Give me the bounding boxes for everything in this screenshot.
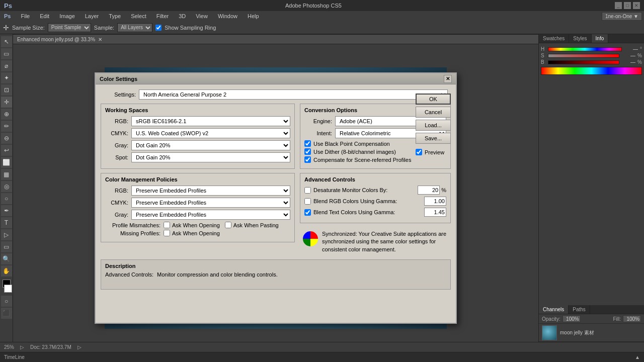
opacity-input[interactable] (562, 315, 581, 322)
menu-view[interactable]: View (194, 12, 210, 20)
policy-gray-select[interactable]: Preserve Embedded Profiles (131, 210, 290, 220)
policy-rgb-select[interactable]: Preserve Embedded Profiles (131, 186, 290, 196)
timeline-label[interactable]: TimeLine (4, 354, 25, 360)
sample-size-select[interactable]: Point Sample (48, 23, 91, 32)
tool-brush[interactable]: ✏ (1, 121, 12, 132)
b-slider[interactable] (548, 60, 619, 64)
tool-eyedropper[interactable]: ✛ (1, 97, 12, 108)
tool-crop[interactable]: ⊡ (1, 84, 12, 96)
s-slider[interactable] (548, 54, 619, 58)
black-point-checkbox[interactable] (304, 140, 311, 147)
tab-info[interactable]: Info (592, 34, 609, 43)
menu-image[interactable]: Image (57, 12, 77, 20)
tool-marquee[interactable]: ▭ (1, 48, 12, 59)
blend-rgb-checkbox[interactable] (304, 198, 311, 205)
layer-item[interactable]: moon jelly 素材 (539, 324, 644, 342)
h-slider[interactable] (548, 47, 622, 51)
rgb-select[interactable]: sRGB IEC61966-2.1 (131, 116, 290, 126)
compensate-checkbox[interactable] (304, 156, 311, 163)
menu-window[interactable]: Window (216, 12, 239, 20)
tab-styles[interactable]: Styles (569, 34, 591, 43)
description-text: Monitor compression and color blending c… (157, 272, 278, 278)
sync-info: Synchronized: Your Creative Suite applic… (300, 227, 451, 256)
menu-filter[interactable]: Filter (154, 12, 171, 20)
missing-profiles-row: Missing Profiles: Ask When Opening (105, 230, 290, 236)
sample-select[interactable]: All Layers (117, 23, 152, 32)
tool-dodge[interactable]: ○ (1, 193, 12, 204)
arrow-icon[interactable]: ▷ (77, 344, 82, 350)
tool-text[interactable]: T (1, 217, 12, 228)
desaturate-input[interactable] (418, 186, 440, 195)
blend-text-checkbox[interactable] (304, 209, 311, 216)
maximize-button[interactable]: □ (624, 2, 631, 9)
tool-blur[interactable]: ◎ (1, 181, 12, 192)
document-tab[interactable]: Enhanced moon jelly.psd @ 33.3% ✕ (13, 34, 538, 44)
close-button[interactable]: ✕ (633, 2, 640, 9)
b-slider-row: B — % (541, 59, 642, 65)
tool-pen[interactable]: ✒ (1, 205, 12, 216)
tool-clone[interactable]: ⊖ (1, 133, 12, 144)
screen-mode[interactable]: ⬛ (1, 308, 12, 319)
doc-tab-close[interactable]: ✕ (98, 37, 102, 42)
tool-hand[interactable]: ✋ (1, 265, 12, 277)
description-header: Advanced Controls: (105, 272, 153, 278)
ask-opening-checkbox[interactable] (164, 222, 170, 228)
zoom-icon[interactable]: ▷ (20, 344, 24, 350)
cmyk-select[interactable]: U.S. Web Coated (SWOP) v2 (131, 128, 290, 138)
load-button[interactable]: Load... (416, 120, 451, 131)
sync-icon (303, 231, 318, 246)
dialog-left-col: Working Spaces RGB: sRGB IEC61966-2.1 (101, 104, 295, 256)
tab-channels[interactable]: Channels (539, 305, 569, 314)
settings-select[interactable]: North America General Purpose 2 (139, 89, 448, 100)
tool-history[interactable]: ↩ (1, 145, 12, 156)
preview-checkbox[interactable] (416, 149, 422, 155)
tool-wand[interactable]: ✦ (1, 72, 12, 83)
tool-healing[interactable]: ⊕ (1, 109, 12, 120)
minimize-button[interactable]: _ (615, 2, 622, 9)
timeline-expand[interactable]: ▲ (635, 354, 640, 360)
spot-select[interactable]: Dot Gain 20% (131, 152, 290, 162)
sample-label: Sample: (94, 25, 114, 31)
working-spaces-title: Working Spaces (105, 107, 290, 113)
quick-mask[interactable]: ○ (1, 296, 12, 307)
tool-path[interactable]: ▷ (1, 229, 12, 240)
view-mode[interactable]: 1ne-on-One ▼ (602, 12, 642, 21)
save-button[interactable]: Save... (416, 133, 451, 144)
menu-select[interactable]: Select (129, 12, 148, 20)
menu-ps[interactable]: Ps (2, 12, 13, 20)
tab-swatches[interactable]: Swatches (539, 34, 569, 43)
ok-button[interactable]: OK (416, 94, 451, 105)
dither-checkbox[interactable] (304, 148, 311, 155)
menu-type[interactable]: Type (107, 12, 123, 20)
tool-zoom[interactable]: 🔍 (1, 253, 12, 264)
menu-help[interactable]: Help (246, 12, 261, 20)
spot-label: Spot: (105, 154, 128, 160)
ask-opening2-checkbox[interactable] (164, 230, 170, 236)
show-sampling-checkbox[interactable] (155, 25, 162, 31)
rgb-select-wrap: sRGB IEC61966-2.1 (131, 116, 290, 126)
gray-select[interactable]: Dot Gain 20% (131, 140, 290, 150)
tool-lasso[interactable]: ⌀ (1, 60, 12, 71)
color-spectrum[interactable] (541, 67, 642, 75)
desaturate-checkbox[interactable] (304, 187, 311, 194)
blend-rgb-input[interactable] (424, 197, 446, 206)
menu-file[interactable]: File (19, 12, 32, 20)
tab-paths[interactable]: Paths (569, 305, 590, 314)
menu-layer[interactable]: Layer (83, 12, 101, 20)
menu-3d[interactable]: 3D (177, 12, 188, 20)
tool-gradient[interactable]: ▦ (1, 169, 12, 180)
ask-opening2-label: Ask When Opening (172, 230, 220, 236)
dialog-close-button[interactable]: ✕ (444, 75, 452, 83)
tool-select[interactable]: ↖ (1, 36, 12, 47)
dialog-body: Settings: North America General Purpose … (96, 84, 456, 295)
ask-pasting-checkbox[interactable] (225, 222, 231, 228)
menu-edit[interactable]: Edit (38, 12, 51, 20)
background-swatch[interactable] (4, 285, 12, 293)
fill-input[interactable] (623, 315, 641, 322)
tool-shape[interactable]: ▭ (1, 241, 12, 252)
policy-cmyk-select[interactable]: Preserve Embedded Profiles (131, 198, 290, 208)
s-label: S (541, 53, 546, 58)
tool-eraser[interactable]: ⬜ (1, 157, 12, 168)
blend-text-input[interactable] (424, 208, 446, 217)
cancel-button[interactable]: Cancel (416, 107, 451, 118)
